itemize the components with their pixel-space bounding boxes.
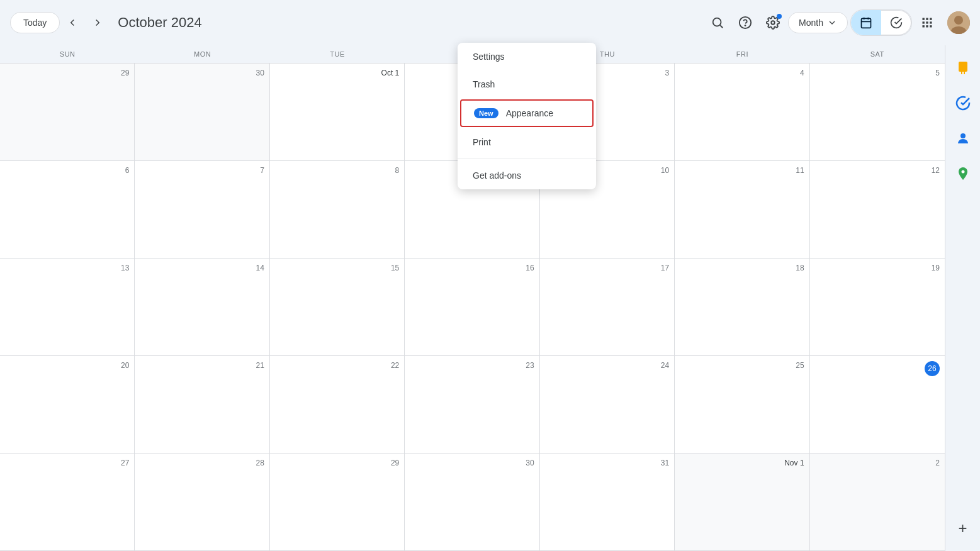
cell-date: 18 — [680, 261, 804, 275]
cell-date: 2 — [815, 456, 940, 470]
calendar-cell[interactable]: 30 — [135, 64, 269, 161]
appearance-menu-item[interactable]: New Appearance — [460, 99, 594, 127]
calendar-icon — [860, 16, 872, 29]
day-header-mon: MON — [135, 45, 269, 63]
calendar-cell[interactable]: Oct 1 — [270, 64, 405, 161]
day-header-sun: SUN — [0, 45, 135, 63]
cell-date: 29 — [5, 66, 129, 80]
app-header: Today October 2024 Month — [0, 0, 980, 45]
add-sidebar-button[interactable]: + — [950, 516, 976, 541]
calendar-cell[interactable]: 25 — [675, 356, 809, 454]
cell-date: 30 — [140, 66, 264, 80]
day-header-tue: TUE — [270, 45, 405, 63]
cell-date-today: 26 — [925, 361, 940, 376]
svg-rect-5 — [862, 18, 871, 28]
day-header-sat: SAT — [810, 45, 945, 63]
calendar-view-button[interactable] — [851, 10, 881, 35]
person-icon — [955, 131, 971, 146]
svg-rect-9 — [923, 18, 925, 20]
cell-date: Oct 1 — [275, 66, 399, 80]
cell-date: 19 — [815, 261, 940, 275]
keep-icon-button[interactable] — [950, 55, 976, 81]
apps-button[interactable] — [915, 10, 940, 35]
tasks-icon — [955, 96, 971, 111]
search-icon — [711, 16, 724, 30]
print-menu-item[interactable]: Print — [458, 128, 596, 156]
calendar-cell[interactable]: 11 — [675, 161, 809, 259]
calendar-cell[interactable]: 27 — [0, 454, 135, 551]
calendar-cell[interactable]: 23 — [405, 356, 539, 454]
task-view-button[interactable] — [881, 10, 911, 35]
cell-date: 23 — [410, 359, 534, 372]
settings-menu-item[interactable]: Settings — [458, 43, 596, 70]
calendar-cell[interactable]: 7 — [135, 161, 269, 259]
calendar-cell[interactable]: 22 — [270, 356, 405, 454]
calendar-cell[interactable]: 21 — [135, 356, 269, 454]
cell-date: 29 — [275, 456, 399, 470]
header-icons: Month — [705, 9, 970, 36]
cell-date: 5 — [815, 66, 940, 80]
cell-date: 6 — [5, 164, 129, 177]
calendar-cell[interactable]: 18 — [675, 259, 809, 356]
calendar-cell[interactable]: 12 — [810, 161, 945, 259]
svg-rect-10 — [926, 18, 928, 20]
calendar-cell[interactable]: 24 — [540, 356, 675, 454]
calendar-cell[interactable]: 5 — [810, 64, 945, 161]
calendar-cell[interactable]: 29 — [270, 454, 405, 551]
calendar-cell[interactable]: Nov 1 — [675, 454, 809, 551]
tasks-icon-button[interactable] — [950, 91, 976, 116]
calendar-cell[interactable]: 30 — [405, 454, 539, 551]
cell-date: 16 — [410, 261, 534, 275]
calendar-cell[interactable]: 29 — [0, 64, 135, 161]
calendar-cell[interactable]: 17 — [540, 259, 675, 356]
svg-rect-14 — [930, 21, 932, 23]
cell-date: Nov 1 — [680, 456, 804, 470]
svg-rect-15 — [923, 25, 925, 27]
view-toggle-group — [850, 9, 912, 36]
trash-menu-item[interactable]: Trash — [458, 70, 596, 98]
cell-date: 20 — [5, 359, 129, 372]
calendar-cell[interactable]: 13 — [0, 259, 135, 356]
calendar-cell[interactable]: 28 — [135, 454, 269, 551]
calendar-cell[interactable]: 4 — [675, 64, 809, 161]
search-button[interactable] — [705, 10, 730, 35]
calendar-cell[interactable]: 31 — [540, 454, 675, 551]
cell-date: 27 — [5, 456, 129, 470]
month-title: October 2024 — [118, 14, 256, 31]
cell-date: 25 — [680, 359, 804, 372]
calendar-cell[interactable]: 6 — [0, 161, 135, 259]
svg-rect-11 — [930, 18, 932, 20]
svg-rect-16 — [926, 25, 928, 27]
prev-month-button[interactable] — [61, 11, 84, 34]
avatar-svg — [947, 11, 970, 34]
calendar-cell[interactable]: 20 — [0, 356, 135, 454]
addons-menu-item[interactable]: Get add-ons — [458, 162, 596, 189]
view-selector-label: Month — [799, 18, 823, 28]
settings-button[interactable] — [760, 10, 786, 35]
chevron-right-icon — [92, 17, 103, 28]
calendar-cell[interactable]: 16 — [405, 259, 539, 356]
calendar-cell[interactable]: 8 — [270, 161, 405, 259]
calendar-cell[interactable]: 14 — [135, 259, 269, 356]
svg-rect-13 — [926, 21, 928, 23]
cell-date: 31 — [545, 456, 669, 470]
help-button[interactable] — [733, 10, 758, 35]
calendar-cell[interactable]: 15 — [270, 259, 405, 356]
right-sidebar: + — [945, 45, 980, 551]
cell-date: 21 — [140, 359, 264, 372]
next-month-button[interactable] — [86, 11, 109, 34]
calendar-cell[interactable]: 2 — [810, 454, 945, 551]
avatar[interactable] — [947, 11, 970, 34]
today-button[interactable]: Today — [10, 12, 60, 33]
svg-point-4 — [771, 21, 775, 25]
maps-icon-button[interactable] — [950, 161, 976, 186]
contacts-icon-button[interactable] — [950, 126, 976, 151]
view-selector-button[interactable]: Month — [788, 12, 848, 33]
apps-icon — [921, 16, 933, 29]
svg-rect-21 — [959, 62, 967, 72]
new-badge: New — [474, 108, 498, 118]
calendar-cell-today[interactable]: 26 — [810, 356, 945, 454]
calendar-cell[interactable]: 19 — [810, 259, 945, 356]
cell-date: 14 — [140, 261, 264, 275]
cell-date: 22 — [275, 359, 399, 372]
